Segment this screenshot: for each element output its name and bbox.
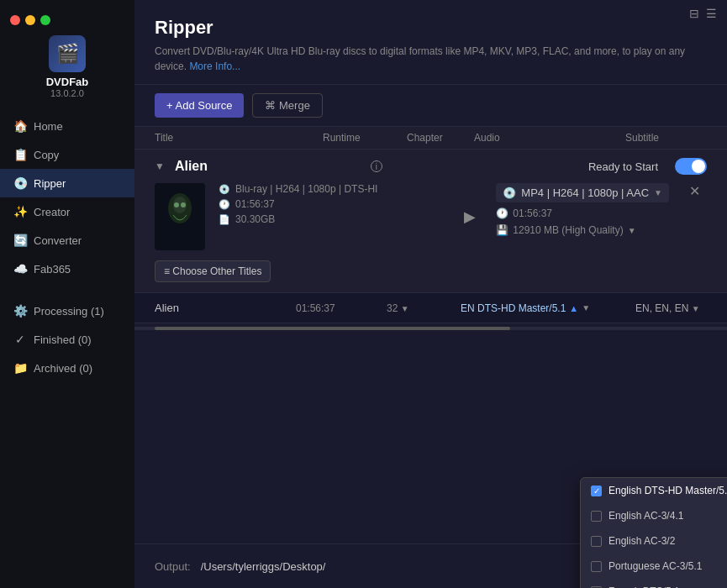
floppy-icon: 💾 — [496, 224, 508, 236]
sidebar-item-converter[interactable]: 🔄 Converter — [0, 226, 134, 255]
sidebar-item-ripper[interactable]: 💿 Ripper — [0, 169, 134, 197]
row-subtitle[interactable]: EN, EN, EN ▼ — [635, 302, 707, 314]
sidebar-item-label-finished: Finished (0) — [34, 333, 92, 346]
movie-info: 💿 Blu-ray | H264 | 1080p | DTS-HI 🕐 01:5… — [219, 183, 444, 250]
app-logo-icon: 🎬 — [49, 35, 86, 72]
sidebar-item-label-fab365: Fab365 — [34, 263, 71, 276]
col-subtitle: Subtitle — [625, 132, 707, 144]
toggle-knob — [692, 160, 705, 173]
choose-other-titles-button[interactable]: ≡ Choose Other Titles — [155, 260, 271, 282]
audio-arrow-icon: ▲ — [569, 303, 578, 313]
sidebar-item-copy[interactable]: 📋 Copy — [0, 140, 134, 169]
ripper-icon: 💿 — [13, 176, 27, 190]
sidebar-item-label-converter: Converter — [34, 234, 82, 247]
ready-toggle[interactable] — [675, 158, 707, 175]
sidebar-item-label-copy: Copy — [34, 149, 59, 161]
sidebar: 🎬 DVDFab 13.0.2.0 🏠 Home 📋 Copy 💿 Ripper… — [0, 0, 134, 588]
sidebar-item-label-processing: Processing (1) — [34, 305, 104, 318]
processing-icon: ⚙️ — [13, 304, 27, 318]
app-version: 13.0.2.0 — [50, 88, 84, 98]
sidebar-item-label-creator: Creator — [34, 206, 70, 218]
page-header: Ripper Convert DVD/Blu-ray/4K Ultra HD B… — [134, 0, 727, 85]
clock-icon: 🕐 — [219, 199, 230, 210]
sidebar-item-processing[interactable]: ⚙️ Processing (1) — [0, 297, 134, 325]
sidebar-item-label-ripper: Ripper — [34, 177, 66, 190]
add-source-button[interactable]: + Add Source — [155, 93, 244, 118]
row-title: Alien — [155, 302, 289, 314]
page-title: Ripper — [155, 17, 707, 39]
output-info: 💿 MP4 | H264 | 1080p | AAC ▼ 🕐 01:56:37 … — [496, 183, 669, 250]
output-label: Output: — [155, 560, 191, 573]
close-button[interactable] — [10, 15, 20, 25]
sidebar-item-finished[interactable]: ✓ Finished (0) — [0, 325, 134, 354]
window-icons: ⊟ ☰ — [679, 0, 727, 27]
info-icon[interactable]: i — [371, 160, 382, 172]
scroll-track — [134, 327, 727, 330]
copy-icon: 📋 — [13, 148, 27, 161]
checkbox-1: ✓ — [591, 486, 602, 496]
sidebar-item-fab365[interactable]: ☁️ Fab365 — [0, 255, 134, 283]
page-description: Convert DVD/Blu-ray/4K Ultra HD Blu-ray … — [155, 44, 707, 74]
movie-title: Alien — [175, 159, 361, 174]
minimize-icon[interactable]: ⊟ — [689, 7, 699, 20]
sidebar-item-label-home: Home — [34, 120, 63, 133]
subtitle-chevron-icon: ▼ — [692, 304, 700, 313]
main-content: ⊟ ☰ Ripper Convert DVD/Blu-ray/4K Ultra … — [134, 0, 727, 588]
audio-option-5[interactable]: French DTS/5.1 — [581, 579, 727, 588]
col-audio: Audio — [474, 132, 625, 144]
title-row: Alien 01:56:37 32 ▼ EN DTS-HD Master/5.1… — [134, 293, 727, 323]
home-icon: 🏠 — [13, 119, 27, 133]
movie-thumbnail — [155, 183, 205, 250]
disc-icon: 💿 — [219, 184, 230, 195]
status-badge: Ready to Start — [588, 160, 658, 173]
maximize-button[interactable] — [40, 15, 50, 25]
arrow-right-icon: ▶ — [457, 183, 482, 250]
svg-point-3 — [174, 202, 179, 207]
movie-chevron-icon[interactable]: ▼ — [155, 160, 165, 172]
info-source-format: 💿 Blu-ray | H264 | 1080p | DTS-HI — [219, 183, 444, 195]
info-source-duration: 🕐 01:56:37 — [219, 198, 444, 210]
movie-block: ▼ Alien i Ready to Start — [134, 150, 727, 293]
table-header: Title Runtime Chapter Audio Subtitle — [134, 127, 727, 150]
quality-chevron-icon: ▼ — [628, 226, 636, 235]
remove-button[interactable]: ✕ — [682, 183, 707, 250]
merge-button[interactable]: ⌘ Merge — [252, 93, 322, 118]
checkbox-3 — [591, 536, 602, 547]
sidebar-item-creator[interactable]: ✨ Creator — [0, 197, 134, 226]
more-info-link[interactable]: More Info... — [189, 60, 240, 72]
app-name: DVDFab — [46, 76, 89, 88]
output-duration: 🕐 01:56:37 — [496, 207, 669, 219]
finished-icon: ✓ — [13, 333, 27, 346]
info-source-size: 📄 30.30GB — [219, 213, 444, 225]
checkbox-2 — [591, 511, 602, 522]
sidebar-item-archived[interactable]: 📁 Archived (0) — [0, 354, 134, 382]
clock-out-icon: 🕐 — [496, 207, 508, 219]
creator-icon: ✨ — [13, 205, 27, 218]
app-logo: 🎬 DVDFab 13.0.2.0 — [46, 35, 89, 98]
titlebar-buttons — [0, 8, 61, 32]
audio-dropdown: ✓ English DTS-HD Master/5.1 English AC-3… — [580, 477, 727, 588]
menu-icon[interactable]: ☰ — [706, 7, 717, 20]
audio-option-2[interactable]: English AC-3/4.1 — [581, 503, 727, 528]
audio-option-1[interactable]: ✓ English DTS-HD Master/5.1 — [581, 478, 727, 503]
output-size: 💾 12910 MB (High Quality) ▼ — [496, 224, 669, 236]
minimize-button[interactable] — [25, 15, 35, 25]
audio-option-4[interactable]: Portuguese AC-3/5.1 — [581, 554, 727, 579]
output-format[interactable]: 💿 MP4 | H264 | 1080p | AAC ▼ — [496, 183, 669, 202]
row-audio[interactable]: EN DTS-HD Master/5.1 ▲ ▼ — [461, 302, 629, 314]
row-chapter: 32 ▼ — [387, 302, 454, 314]
file-icon: 📄 — [219, 214, 230, 225]
movie-header-row: ▼ Alien i Ready to Start — [134, 150, 727, 183]
converter-icon: 🔄 — [13, 234, 27, 247]
scroll-thumb[interactable] — [155, 327, 510, 330]
col-chapter: Chapter — [407, 132, 474, 144]
sidebar-item-home[interactable]: 🏠 Home — [0, 112, 134, 140]
output-path: /Users/tylerriggs/Desktop/ — [201, 560, 630, 573]
row-runtime: 01:56:37 — [296, 302, 380, 314]
audio-option-3[interactable]: English AC-3/2 — [581, 528, 727, 554]
fab365-icon: ☁️ — [13, 262, 27, 276]
toolbar: + Add Source ⌘ Merge — [134, 85, 727, 127]
col-runtime: Runtime — [323, 132, 407, 144]
sidebar-item-label-archived: Archived (0) — [34, 362, 92, 375]
svg-point-4 — [181, 202, 186, 207]
